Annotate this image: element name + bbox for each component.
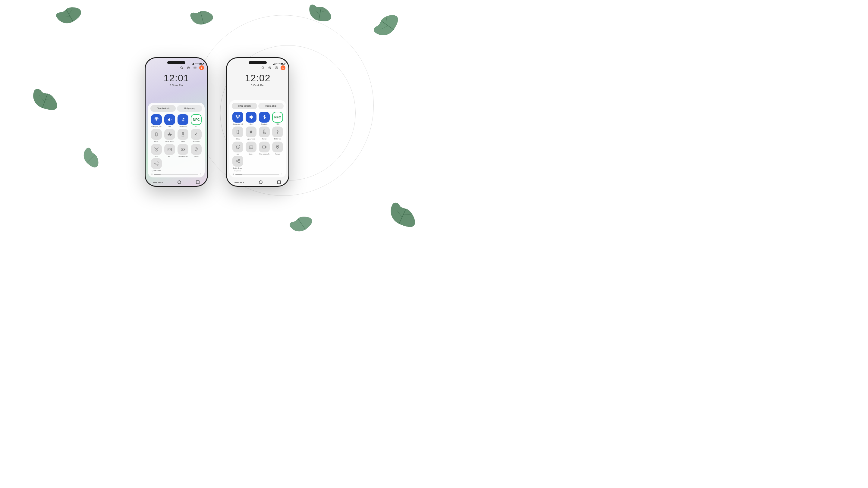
phone-1-home-icon[interactable] xyxy=(178,181,181,184)
phone-1-dikey-toggle[interactable]: Dikey xyxy=(150,129,162,142)
phone-1-mi-toggle[interactable]: Mi... xyxy=(164,144,176,158)
phone-1-bluetooth-btn[interactable] xyxy=(178,114,188,125)
phone-2-dikey-btn[interactable] xyxy=(232,127,243,137)
phone-1-bluetooth-toggle[interactable]: Bluetooth xyxy=(177,114,189,128)
phone-2-quickshare-toggle[interactable]: Quick Share Hiç kimse xyxy=(232,156,244,172)
svg-line-7 xyxy=(200,11,204,24)
phone-1-flashlight-btn[interactable] xyxy=(178,129,188,140)
svg-line-76 xyxy=(237,160,239,161)
phone-2-location-toggle[interactable]: Konum xyxy=(272,141,284,155)
phone-1-sound-toggle[interactable]: Ses xyxy=(164,114,176,128)
phone-1-quickshare-btn[interactable] xyxy=(151,158,162,169)
phone-2-brightness-low-icon: ☀ xyxy=(232,173,234,175)
phone-2-top-icons: 1 xyxy=(261,65,285,70)
phone-1-location-toggle[interactable]: Konum xyxy=(190,144,202,158)
phone-1-nfc-text: NFC xyxy=(193,118,200,121)
phone-1-power-icon[interactable] xyxy=(186,65,191,70)
phone-2-back-icon[interactable] xyxy=(235,182,244,183)
phone-1-brightness-row: ☀ ⋮ xyxy=(150,173,202,175)
phone-2-wifi-btn[interactable] xyxy=(232,112,243,123)
phone-2-settings-icon[interactable] xyxy=(274,65,279,70)
phone-1-airplane-btn[interactable] xyxy=(164,129,175,140)
phone-2-bluetooth-toggle[interactable]: Bluetooth xyxy=(258,112,270,125)
phone-1-nfc-toggle[interactable]: NFC NFC xyxy=(190,114,202,128)
phone-1-quickshare-toggle[interactable]: Quick Share xyxy=(150,158,162,172)
svg-line-8 xyxy=(319,7,321,21)
phone-1: 51 % xyxy=(145,57,208,187)
phone-1-settings-icon[interactable] xyxy=(193,65,197,70)
phone-2-status-icons: 51 % xyxy=(273,63,285,65)
phone-2-clock: 12:02 5 Ocak Per xyxy=(227,73,288,87)
phone-2-sound-label: Ses xyxy=(250,123,252,125)
phone-2-bluetooth-label: Bluetooth xyxy=(261,123,268,125)
phone-2-power-icon[interactable] xyxy=(267,65,272,70)
phone-1-wifi-toggle[interactable]: Günaydın_5G xyxy=(150,114,162,128)
phone-2-alarm-btn[interactable] xyxy=(232,141,243,153)
leaf-5 xyxy=(306,2,335,24)
phone-1-location-btn[interactable] xyxy=(191,144,202,155)
phone-2-mi-btn[interactable] xyxy=(246,141,256,153)
phone-1-powersave-label: Güç tasarrufu xyxy=(178,156,188,158)
phone-1-brightness-bar[interactable] xyxy=(154,174,198,175)
phone-2-mobile-toggle[interactable]: Mobil veri xyxy=(272,127,284,140)
phone-2-nfc-toggle[interactable]: NFC NFC xyxy=(272,112,284,125)
phone-2-sound-btn[interactable] xyxy=(246,112,256,123)
phone-2-flashlight-btn[interactable] xyxy=(259,127,270,137)
phone-2-alarm-toggle[interactable]: ası xyxy=(232,141,244,155)
phone-2-date: 5 Ocak Per xyxy=(227,84,288,87)
phone-1-mobile-btn[interactable] xyxy=(191,129,202,140)
svg-rect-48 xyxy=(273,64,274,65)
phone-2-brightness-bar[interactable] xyxy=(236,174,279,175)
phone-1-sound-btn[interactable] xyxy=(164,114,175,125)
phone-1-tab-device[interactable]: Cihaz kontrolü xyxy=(150,105,176,112)
phone-1-airplane-toggle[interactable]: Uçuş modu xyxy=(164,129,176,142)
phone-2-airplane-btn[interactable] xyxy=(246,127,256,137)
phone-1-mobile-toggle[interactable]: Mobil veri xyxy=(190,129,202,142)
phone-1-tab-media[interactable]: Medya çıkışı xyxy=(177,105,202,112)
phone-2-powersave-toggle[interactable]: Güç tasarrufu xyxy=(258,141,270,155)
phone-1-nfc-btn[interactable]: NFC xyxy=(191,114,202,125)
phone-1-more-icon[interactable]: ⋮ xyxy=(199,173,202,175)
phone-2-wifi-toggle[interactable]: Günaydın_5G xyxy=(232,112,244,125)
phone-2-more-icon[interactable]: ⋮ xyxy=(281,173,283,175)
phone-1-back-icon[interactable] xyxy=(153,182,163,183)
phone-1-flashlight-toggle[interactable]: Fener xyxy=(177,129,189,142)
phone-2-recent-icon[interactable] xyxy=(277,181,281,184)
phone-2-mi-toggle[interactable]: Mob... xyxy=(245,141,257,155)
leaf-4 xyxy=(188,6,216,29)
phones-wrapper: 51 % xyxy=(145,57,289,187)
svg-line-2 xyxy=(67,9,73,14)
phone-2-bluetooth-btn[interactable] xyxy=(259,112,270,123)
phone-1-mi-btn[interactable] xyxy=(164,144,175,155)
phone-2-tab-media[interactable]: Medya çıkışı xyxy=(258,103,284,109)
phone-1-recent-icon[interactable] xyxy=(196,181,199,184)
phone-2-sound-toggle[interactable]: Ses xyxy=(245,112,257,125)
phone-2-nfc-btn[interactable]: NFC xyxy=(272,112,283,123)
phone-1-wifi-btn[interactable] xyxy=(151,114,162,125)
phone-1-alarm-btn[interactable] xyxy=(151,144,162,155)
phone-2-quick-panel: Cihaz kontrolü Medya çıkışı Günaydın_5G xyxy=(229,100,286,177)
phone-2-location-btn[interactable] xyxy=(272,141,283,153)
phone-2-airplane-toggle[interactable]: Uçuş modu xyxy=(245,127,257,140)
phone-1-notification: 1 xyxy=(199,65,204,70)
phone-1-clock: 12:01 5 Ocak Per xyxy=(146,73,207,87)
phone-2-quickshare-btn[interactable] xyxy=(232,156,243,167)
phone-2-nfc-label: NFC xyxy=(276,123,279,125)
phone-2-powersave-btn[interactable] xyxy=(259,141,270,153)
phone-2-mobile-btn[interactable] xyxy=(272,127,283,137)
phone-1-search-icon[interactable] xyxy=(179,65,184,70)
phone-2-flashlight-toggle[interactable]: Fener xyxy=(258,127,270,140)
svg-point-29 xyxy=(156,135,157,136)
phone-1-status-icons: 51 % xyxy=(192,63,204,65)
signal-icon xyxy=(192,63,194,65)
phone-1-powersave-toggle[interactable]: Güç tasarrufu xyxy=(177,144,189,158)
phone-2-tab-device[interactable]: Cihaz kontrolü xyxy=(232,103,257,109)
phone-1-dikey-btn[interactable] xyxy=(151,129,162,140)
phone-1-powersave-btn[interactable] xyxy=(178,144,188,155)
phone-2-home-icon[interactable] xyxy=(259,181,262,184)
phone-2-wifi-label: Günaydın_5G xyxy=(233,123,243,125)
phone-2-search-icon[interactable] xyxy=(261,65,266,70)
phone-1-alarm-toggle[interactable]: itası xyxy=(150,144,162,158)
phone-2-dikey-toggle[interactable]: Dikey xyxy=(232,127,244,140)
svg-line-13 xyxy=(383,18,390,24)
